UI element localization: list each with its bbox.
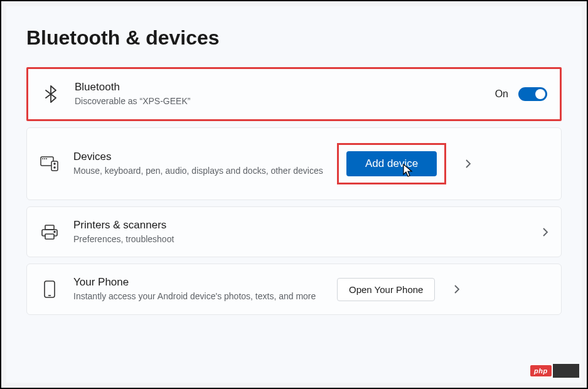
- devices-actions: Add device: [337, 143, 471, 184]
- svg-rect-11: [45, 281, 55, 297]
- printers-actions: [533, 227, 548, 237]
- printers-card[interactable]: Printers & scanners Preferences, trouble…: [26, 206, 562, 258]
- devices-subtitle: Mouse, keyboard, pen, audio, displays an…: [73, 165, 337, 178]
- bluetooth-text: Bluetooth Discoverable as “XPS-GEEK”: [75, 80, 495, 108]
- bluetooth-card[interactable]: Bluetooth Discoverable as “XPS-GEEK” On: [26, 67, 562, 121]
- watermark-text: php: [530, 365, 552, 376]
- devices-card[interactable]: Devices Mouse, keyboard, pen, audio, dis…: [26, 127, 562, 200]
- bluetooth-actions: On: [495, 87, 547, 101]
- page-title: Bluetooth & devices: [26, 26, 562, 50]
- phone-actions: Open Your Phone: [337, 278, 460, 301]
- devices-icon: [40, 154, 60, 174]
- svg-rect-8: [45, 225, 54, 230]
- svg-rect-9: [45, 234, 54, 239]
- your-phone-card[interactable]: Your Phone Instantly access your Android…: [26, 264, 562, 315]
- devices-title: Devices: [73, 150, 337, 164]
- svg-point-6: [54, 167, 55, 168]
- chevron-right-icon: [542, 227, 548, 237]
- chevron-right-icon: [465, 159, 471, 169]
- settings-page: Bluetooth & devices Bluetooth Discoverab…: [6, 6, 582, 383]
- svg-point-5: [54, 163, 55, 164]
- phone-text: Your Phone Instantly access your Android…: [73, 275, 337, 303]
- watermark: php: [530, 364, 579, 378]
- phone-title: Your Phone: [73, 275, 337, 289]
- printers-text: Printers & scanners Preferences, trouble…: [73, 218, 533, 246]
- printers-title: Printers & scanners: [73, 218, 533, 232]
- open-your-phone-button[interactable]: Open Your Phone: [337, 278, 435, 301]
- bluetooth-toggle-label: On: [495, 88, 508, 100]
- bluetooth-toggle[interactable]: [518, 87, 547, 101]
- phone-icon: [40, 279, 60, 299]
- printers-subtitle: Preferences, troubleshoot: [73, 233, 533, 246]
- svg-point-10: [54, 231, 55, 232]
- add-device-highlight: Add device: [337, 143, 446, 184]
- add-device-button[interactable]: Add device: [346, 151, 437, 176]
- bluetooth-subtitle: Discoverable as “XPS-GEEK”: [75, 95, 495, 108]
- printer-icon: [40, 222, 60, 242]
- devices-text: Devices Mouse, keyboard, pen, audio, dis…: [73, 150, 337, 178]
- phone-subtitle: Instantly access your Android device's p…: [73, 290, 337, 303]
- bluetooth-title: Bluetooth: [75, 80, 495, 94]
- chevron-right-icon: [454, 284, 460, 294]
- bluetooth-icon: [41, 84, 61, 104]
